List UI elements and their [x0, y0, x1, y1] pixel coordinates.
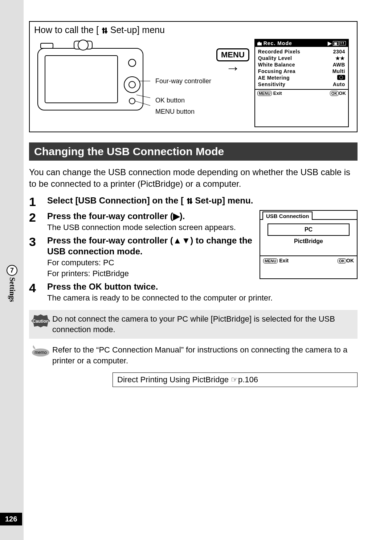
step-1-num: 1 — [29, 195, 47, 209]
caution-text: Do not connect the camera to your PC whi… — [52, 314, 353, 335]
menu-arrow-group: MENU → — [216, 48, 249, 127]
memo-icon: memo — [29, 344, 52, 358]
svg-rect-18 — [188, 198, 189, 204]
caution-box: Caution Do not connect the camera to you… — [29, 310, 358, 339]
memo-text: Refer to the “PC Connection Manual” for … — [52, 344, 358, 366]
camera-labels: Four-way controller OK button MENU butto… — [155, 77, 211, 127]
camera-small-icon — [257, 42, 262, 45]
step-3-text2: For printers: PictBridge — [47, 269, 253, 279]
intro-paragraph: You can change the USB connection mode d… — [29, 166, 358, 190]
svg-rect-1 — [105, 28, 107, 33]
lcd-r2-l: White Balance — [258, 62, 295, 68]
step-2-head: Press the four-way controller (▶). — [47, 211, 253, 222]
cross-reference-box: Direct Printing Using PictBridge ☞p.106 — [113, 372, 358, 387]
svg-rect-21 — [189, 202, 192, 203]
lcd-body: Recorded Pixels2304 Quality Level★★ Whit… — [255, 47, 348, 89]
lcd-footer-left: MENU Exit — [257, 90, 282, 96]
label-ok-button: OK button — [155, 97, 211, 104]
usb-option-pictbridge: PictBridge — [260, 236, 357, 247]
svg-rect-19 — [190, 198, 192, 204]
svg-point-11 — [129, 81, 135, 88]
arrow-right-icon: → — [225, 64, 240, 72]
lcd-r2-r: AWB — [333, 62, 345, 68]
step-4: 4 Press the OK button twice. The camera … — [29, 281, 358, 303]
lcd-r4-l: AE Metering — [258, 75, 290, 81]
lcd-footer-right: OKOK — [330, 90, 346, 96]
lcd-r3-r: Multi — [332, 68, 345, 74]
label-menu-button: MENU button — [155, 108, 211, 116]
chapter-number: 7 — [7, 265, 17, 276]
lcd-r1-r: ★★ — [335, 55, 345, 61]
usb-footer-left: MENU Exit — [263, 258, 289, 263]
lcd-r0-l: Recorded Pixels — [258, 49, 300, 55]
usb-tab-label: USB Connection — [262, 211, 313, 220]
usb-connection-screen: USB Connection PC PictBridge MENU Exit O… — [260, 210, 358, 279]
svg-rect-8 — [41, 43, 53, 48]
usb-footer-right: OKOK — [338, 258, 354, 263]
step-3-head: Press the four-way controller (▲▼) to ch… — [47, 235, 253, 257]
step-3: 3 Press the four-way controller (▲▼) to … — [29, 235, 253, 279]
setup-icon — [101, 27, 108, 34]
lcd-r1-l: Quality Level — [258, 55, 292, 61]
menu-button-graphic: MENU — [216, 48, 249, 61]
chapter-label: Settings — [8, 277, 16, 302]
step-3-text1: For computers: PC — [47, 258, 253, 268]
svg-rect-2 — [102, 29, 105, 30]
step-4-head: Press the OK button twice. — [47, 281, 358, 292]
lcd-r0-r: 2304 — [333, 49, 345, 55]
page-number: 126 — [0, 513, 22, 525]
lcd-r5-r: Auto — [333, 81, 345, 87]
step-4-num: 4 — [29, 281, 47, 303]
step-2: 2 Press the four-way controller (▶). The… — [29, 211, 253, 233]
svg-text:Caution: Caution — [33, 319, 49, 324]
label-four-way: Four-way controller — [155, 77, 211, 85]
step-2-text: The USB connection mode selection screen… — [47, 222, 253, 233]
step-3-num: 3 — [29, 235, 47, 279]
step-1-head: Select [USB Connection] on the [ Set-up]… — [47, 195, 358, 206]
svg-rect-20 — [187, 199, 190, 200]
lcd-r5-l: Sensitivity — [258, 81, 286, 87]
setup-icon — [186, 197, 193, 205]
step-4-text: The camera is ready to be connected to t… — [47, 293, 358, 303]
svg-point-12 — [129, 98, 135, 104]
lcd-r3-l: Focusing Area — [258, 68, 295, 74]
step-1: 1 Select [USB Connection] on the [ Set-u… — [29, 195, 358, 209]
setup-title: How to call the [ Set-up] menu — [34, 25, 352, 35]
chapter-tab: 7 Settings — [7, 265, 17, 302]
svg-rect-0 — [103, 28, 104, 33]
usb-option-pc: PC — [268, 223, 350, 236]
svg-rect-16 — [257, 43, 262, 45]
caution-icon: Caution — [29, 314, 52, 328]
setup-callout-box: How to call the [ Set-up] menu — [29, 21, 358, 132]
metering-icon — [337, 75, 345, 80]
svg-rect-5 — [45, 56, 118, 103]
svg-rect-3 — [105, 31, 107, 32]
lcd-header-title: Rec. Mode — [257, 40, 292, 46]
step-2-num: 2 — [29, 211, 47, 233]
setup-title-suffix: Set-up] menu — [110, 25, 165, 35]
svg-rect-17 — [258, 42, 260, 43]
setup-title-prefix: How to call the [ — [34, 25, 99, 35]
camera-illustration — [34, 37, 150, 117]
memo-box: memo Refer to the “PC Connection Manual”… — [29, 344, 358, 366]
lcd-header-tabs: ▶▣⫯⫯ — [328, 40, 346, 46]
svg-point-9 — [128, 59, 136, 67]
lcd-rec-mode: Rec. Mode ▶▣⫯⫯ Recorded Pixels2304 Quali… — [254, 39, 349, 127]
svg-text:memo: memo — [34, 350, 47, 355]
section-heading: Changing the USB Connection Mode — [29, 142, 358, 161]
svg-point-7 — [78, 40, 88, 50]
